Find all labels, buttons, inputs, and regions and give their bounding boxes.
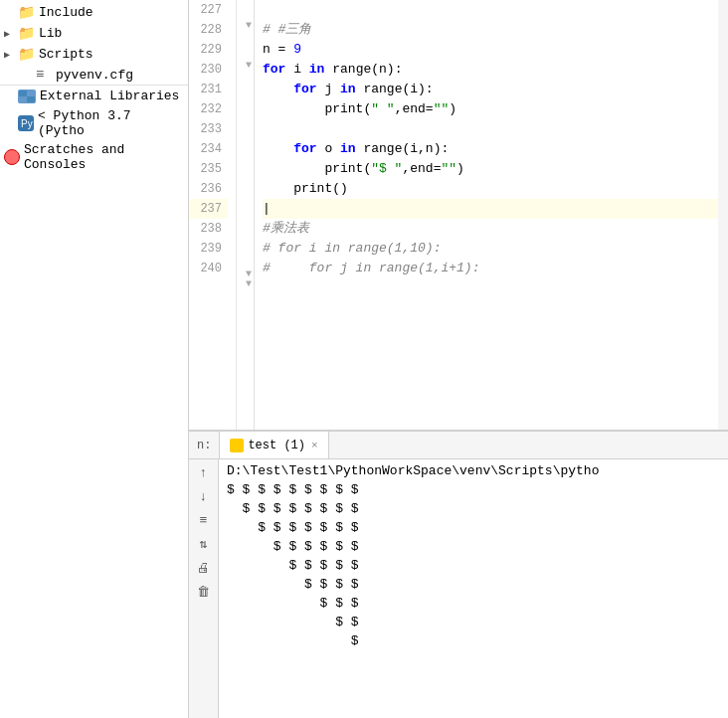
line-num-229: 229: [189, 40, 228, 60]
sidebar-label-python: < Python 3.7 (Pytho: [38, 108, 184, 138]
terminal-tabs-bar: n: test (1) ×: [189, 432, 728, 459]
terminal-output-line-1: $ $ $ $ $ $ $ $ $: [227, 480, 720, 499]
code-line-229: n = 9: [263, 40, 718, 60]
line-num-233: 233: [189, 119, 228, 139]
sidebar-item-scratches[interactable]: Scratches and Consoles: [0, 140, 188, 174]
line-num-227: 227: [189, 0, 228, 20]
terminal-output-line-7: $ $ $: [227, 594, 720, 613]
line-num-239: 239: [189, 239, 228, 259]
main-area: 📁 Include ▶ 📁 Lib ▶ 📁 Scripts ≡ pyvenv.c…: [0, 0, 728, 718]
folder-icon-lib: 📁: [18, 25, 35, 42]
scroll-up-button[interactable]: ↑: [193, 461, 215, 483]
line-num-228: 228: [189, 20, 228, 40]
sidebar-label-lib: Lib: [39, 26, 62, 41]
line-num-230: 230: [189, 60, 228, 80]
code-line-230: for i in range(n):: [263, 60, 718, 80]
rerun-button[interactable]: ≡: [193, 509, 215, 531]
terminal-output-line-6: $ $ $ $: [227, 575, 720, 594]
code-line-234: for o in range(i,n):: [263, 139, 718, 159]
svg-rect-2: [27, 96, 35, 102]
ext-lib-icon: [18, 90, 36, 103]
line-num-240: 240: [189, 259, 228, 278]
stop-button[interactable]: ⇅: [193, 533, 215, 555]
terminal-output-line-8: $ $: [227, 613, 720, 631]
tab-label: test (1): [248, 439, 305, 452]
code-content-area[interactable]: # #三角 n = 9 for i in range(n): for j in …: [255, 0, 718, 430]
terminal-path: D:\Test\Test1\PythonWorkSpace\venv\Scrip…: [227, 463, 720, 478]
sidebar: 📁 Include ▶ 📁 Lib ▶ 📁 Scripts ≡ pyvenv.c…: [0, 0, 189, 718]
code-line-228: # #三角: [263, 20, 718, 40]
svg-text:Py: Py: [21, 118, 33, 129]
code-line-239: # for i in range(1,10):: [263, 239, 718, 259]
line-numbers: 227 228 229 230 231 232 233 234 235 236 …: [189, 0, 237, 430]
terminal-output-line-2: $ $ $ $ $ $ $ $: [227, 499, 720, 518]
print-button[interactable]: 🖨: [193, 557, 215, 579]
terminal-output-line-4: $ $ $ $ $ $: [227, 537, 720, 556]
sidebar-item-pyvenv[interactable]: ≡ pyvenv.cfg: [0, 65, 188, 85]
sidebar-label-scratches: Scratches and Consoles: [24, 142, 184, 172]
sidebar-label-scripts: Scripts: [39, 47, 93, 62]
line-num-234: 234: [189, 139, 228, 159]
code-line-231: for j in range(i):: [263, 80, 718, 99]
arrow-icon-lib: ▶: [4, 28, 18, 40]
terminal-output-area[interactable]: D:\Test\Test1\PythonWorkSpace\venv\Scrip…: [219, 459, 728, 718]
folder-icon: 📁: [18, 4, 35, 21]
terminal-section: n: test (1) × ↑ ↓ ≡ ⇅ 🖨 🗑: [189, 430, 728, 718]
scratches-icon: [4, 149, 20, 165]
line-num-235: 235: [189, 159, 228, 179]
code-view[interactable]: 227 228 229 230 231 232 233 234 235 236 …: [189, 0, 728, 430]
fold-icon-228[interactable]: ▼: [246, 20, 252, 31]
sidebar-item-python[interactable]: Py < Python 3.7 (Pytho: [0, 106, 188, 140]
sidebar-item-external-libraries[interactable]: External Libraries: [0, 85, 188, 106]
code-gutter: ▼ ▼ ▼ ▼: [237, 0, 255, 430]
fold-icon-230[interactable]: ▼: [246, 60, 252, 71]
line-num-236: 236: [189, 179, 228, 199]
code-line-227: [263, 0, 718, 20]
terminal-body: ↑ ↓ ≡ ⇅ 🖨 🗑 D:\Test\Test1\PythonWorkSpac…: [189, 459, 728, 718]
folder-icon-scripts: 📁: [18, 46, 35, 63]
code-line-238: #乘法表: [263, 219, 718, 239]
terminal-output-line-9: $: [227, 631, 720, 650]
code-line-232: print(" ",end=""): [263, 99, 718, 119]
clear-button[interactable]: 🗑: [193, 581, 215, 603]
arrow-icon-scripts: ▶: [4, 49, 18, 61]
line-num-231: 231: [189, 80, 228, 99]
line-num-238: 238: [189, 219, 228, 239]
sidebar-item-scripts[interactable]: ▶ 📁 Scripts: [0, 44, 188, 65]
sidebar-item-include[interactable]: 📁 Include: [0, 2, 188, 23]
fold-icon-238[interactable]: ▼: [246, 278, 252, 289]
sidebar-item-lib[interactable]: ▶ 📁 Lib: [0, 23, 188, 44]
line-num-237: 237: [189, 199, 228, 219]
terminal-output-line-3: $ $ $ $ $ $ $: [227, 518, 720, 537]
svg-rect-1: [19, 90, 27, 96]
editor-area: 227 228 229 230 231 232 233 234 235 236 …: [189, 0, 728, 718]
run-label: n:: [189, 432, 220, 458]
code-scroll-gutter[interactable]: [718, 0, 728, 430]
code-line-233: [263, 119, 718, 139]
terminal-side-buttons: ↑ ↓ ≡ ⇅ 🖨 🗑: [189, 459, 219, 718]
sidebar-label-pyvenv: pyvenv.cfg: [56, 68, 133, 83]
code-line-235: print("$ ",end=""): [263, 159, 718, 179]
python-icon: Py: [18, 115, 34, 131]
code-line-240: # for j in range(1,i+1):: [263, 259, 718, 278]
scroll-down-button[interactable]: ↓: [193, 485, 215, 507]
code-line-237: |: [263, 199, 718, 219]
terminal-tab-test[interactable]: test (1) ×: [220, 432, 328, 458]
tab-icon: [230, 439, 244, 452]
terminal-output-line-5: $ $ $ $ $: [227, 556, 720, 575]
sidebar-label-ext: External Libraries: [40, 89, 179, 103]
code-line-236: print(): [263, 179, 718, 199]
sidebar-label-include: Include: [39, 5, 93, 20]
tab-close-button[interactable]: ×: [311, 440, 318, 451]
line-num-232: 232: [189, 99, 228, 119]
file-icon-cfg: ≡: [36, 67, 52, 83]
